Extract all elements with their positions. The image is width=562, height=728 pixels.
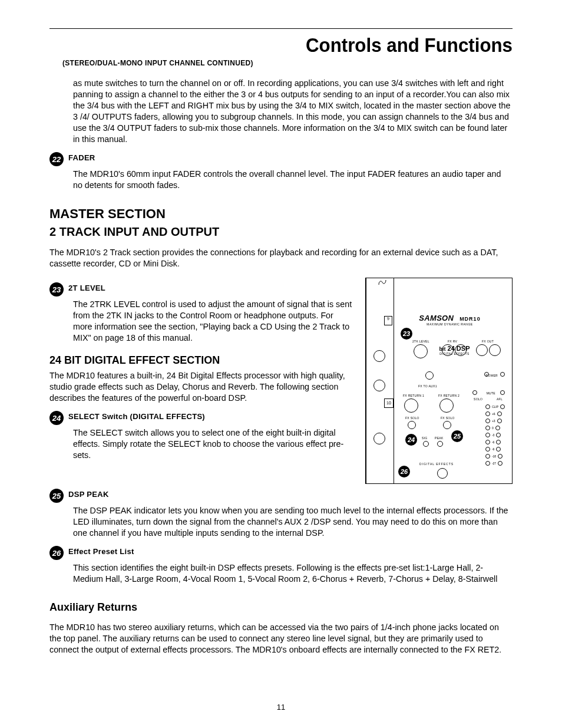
top-rule (49, 28, 513, 29)
led-p3: +3 (485, 419, 505, 423)
track2-heading: 2 TRACK INPUT AND OUTPUT (49, 225, 513, 239)
select-heading: SELECT Switch (DIGITAL EFFECTS) (68, 412, 205, 421)
knob-fx-out-l (476, 344, 488, 356)
diagram-callout-25: 25 (451, 430, 463, 442)
label-fx-rv: FX RV (448, 340, 457, 343)
diagram-callout-26: 26 (398, 466, 410, 477)
dsppeak-heading: DSP PEAK (68, 490, 109, 499)
diagram-callout-23: 23 (401, 328, 412, 340)
led-power-left (484, 372, 489, 377)
label-2tk-level: 2TK LEVEL (412, 340, 429, 343)
led-power (500, 372, 505, 377)
dsp-section-heading: 24 BIT DIGITAL EFFECT SECTION (49, 354, 353, 367)
label-fx-solo-1: FX SOLO (405, 416, 419, 420)
document-page: Controls and Functions (STEREO/DUAL-MONO… (0, 0, 562, 728)
strip-box-10: 10 (384, 398, 394, 408)
knob-dsp-select-mini (425, 371, 434, 380)
strip-knob-1 (373, 350, 385, 362)
two-column-region: 23 2T LEVEL The 2TRK LEVEL control is us… (49, 278, 513, 484)
led-m18: -18 (485, 454, 505, 459)
channel-strip-edge: 9 10 (366, 278, 394, 483)
label-afl: AFL (497, 397, 503, 401)
label-fx-return-2: FX RETURN 2 (438, 394, 459, 397)
knob-fx-solo-1 (408, 421, 416, 429)
brand-text: SAMSON (419, 314, 454, 322)
led-sig (423, 441, 429, 447)
model-text: MDR10 (459, 316, 481, 322)
callout-number-26: 26 (49, 546, 64, 560)
led-mute-l (472, 390, 477, 395)
page-number: 11 (0, 703, 562, 711)
callout-number-23: 23 (49, 282, 64, 297)
led-mute-r (500, 390, 505, 395)
diagram-brand: SAMSON MDR10 (391, 314, 508, 322)
led-m9: -9 (485, 447, 505, 452)
led-m6: -6 (485, 440, 505, 444)
label-fx-out: FX OUT (482, 340, 494, 343)
knob-fx-out-r (489, 344, 501, 356)
knob-fx-rv-l (442, 344, 454, 356)
dsppeak-body: The DSP PEAK indicator lets you know whe… (49, 505, 513, 539)
led-m27: -27 (485, 461, 505, 466)
intro-paragraph: as mute switches to turn the channel on … (49, 78, 513, 145)
knob-fx-return-1 (404, 398, 418, 413)
strip-knob-2 (373, 380, 385, 391)
callout-fader: 22 FADER (49, 153, 513, 166)
diagram-subtitle: MAXIMUM DYNAMIC RANGE (391, 322, 508, 326)
callout-preset-list: 26 Effect Preset List (49, 547, 513, 560)
t2level-body: The 2TRK LEVEL control is used to adjust… (49, 299, 353, 344)
label-digital-effects: DIGITAL EFFECTS (419, 462, 454, 466)
label-mute: MUTE (487, 391, 495, 395)
label-fx-return-1: FX RETURN 1 (403, 394, 424, 397)
led-peak (437, 441, 443, 447)
strip-knob-3 (373, 433, 385, 444)
knob-fx-return-2 (439, 398, 454, 413)
track2-body: The MDR10's 2 Track section provides the… (49, 247, 513, 269)
callout-number-22: 22 (49, 152, 64, 166)
label-fx-solo-2: FX SOLO (441, 416, 455, 420)
strip-box-9: 9 (384, 316, 392, 325)
label-peak: PEAK (435, 436, 444, 440)
continued-label: (STEREO/DUAL-MONO INPUT CHANNEL CONTINUE… (62, 59, 513, 67)
aux-returns-heading: Auxiliary Returns (49, 601, 513, 614)
led-0: 0 (485, 426, 505, 430)
callout-2t-level: 23 2T LEVEL (49, 284, 353, 297)
callout-number-24: 24 (49, 411, 64, 425)
label-fx-to-aux1: FX TO AUX1 (418, 384, 437, 388)
fader-body: The MDR10's 60mm input FADER controls th… (49, 169, 513, 191)
dsp-section-body: The MDR10 features a built-in, 24 Bit Di… (49, 370, 353, 404)
fader-heading: FADER (68, 153, 95, 162)
knob-digital-effects-select (437, 468, 448, 479)
master-section-heading: MASTER SECTION (49, 206, 513, 222)
presetlist-body: This section identifies the eight built-… (49, 562, 513, 585)
callout-dsp-peak: 25 DSP PEAK (49, 490, 513, 503)
led-meter: CLIP +6 +3 0 -3 -6 -9 -18 -27 (485, 404, 505, 466)
led-m3: -3 (485, 433, 505, 437)
knob-fx-rv-r (455, 344, 467, 356)
led-clip: CLIP (485, 404, 505, 409)
diagram-callout-24: 24 (405, 434, 417, 446)
led-p6: +6 (485, 411, 505, 416)
label-solo: SOLO (474, 397, 482, 401)
knob-2tk-level (414, 344, 428, 358)
page-title: Controls and Functions (87, 34, 513, 57)
mixer-diagram: SAMSON MDR10 MAXIMUM DYNAMIC RANGE 23 24… (365, 278, 513, 484)
aux-returns-body: The MDR10 has two stereo auxiliary retur… (49, 622, 513, 655)
presetlist-heading: Effect Preset List (68, 547, 134, 556)
select-body: The SELECT switch allows you to select o… (49, 427, 353, 461)
t2level-heading: 2T LEVEL (68, 284, 105, 292)
callout-select: 24 SELECT Switch (DIGITAL EFFECTS) (49, 412, 353, 425)
label-sig: SIG (422, 436, 428, 440)
callout-number-25: 25 (49, 489, 64, 503)
knob-fx-solo-2 (443, 421, 451, 429)
